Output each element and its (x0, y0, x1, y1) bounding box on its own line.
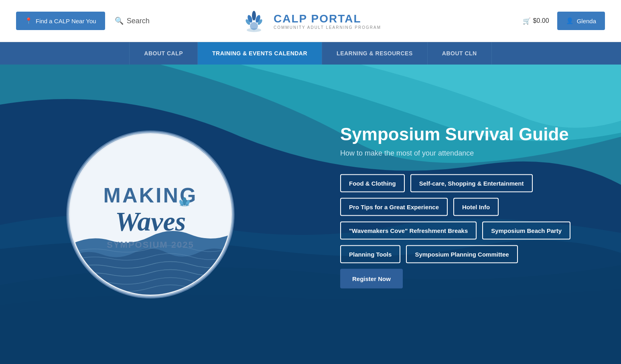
nav-item-about-calp[interactable]: ABOUT CALP (129, 42, 198, 65)
svg-point-1 (250, 22, 258, 30)
location-icon: 📍 (25, 17, 32, 24)
cart-icon: 🛒 (523, 17, 531, 25)
nav-item-training[interactable]: TRAINING & EVENTS CALENDAR (198, 42, 322, 65)
buttons-grid: Food & Clothing Self-care, Shopping & En… (340, 174, 581, 289)
nav-item-about-cln[interactable]: ABOUT CLN (428, 42, 492, 65)
search-area[interactable]: 🔍 Search (115, 16, 150, 25)
hero-title: Symposium Survival Guide (340, 124, 581, 144)
hero-content: Symposium Survival Guide How to make the… (340, 124, 581, 289)
logo-title: CALP PORTAL (274, 12, 381, 25)
register-now-button[interactable]: Register Now (340, 269, 403, 289)
self-care-button[interactable]: Self-care, Shopping & Entertainment (410, 174, 533, 192)
planning-tools-button[interactable]: Planning Tools (340, 245, 400, 263)
svg-point-17 (180, 204, 189, 206)
search-icon: 🔍 (115, 16, 124, 25)
nav-item-learning[interactable]: LEARNING & RESOURCES (322, 42, 428, 65)
cart-amount: $0.00 (533, 17, 549, 24)
logo-icon (240, 7, 268, 35)
logo-text: CALP PORTAL COMMUNITY ADULT LEARNING PRO… (274, 12, 381, 30)
pro-tips-button[interactable]: Pro Tips for a Great Experience (340, 198, 448, 216)
svg-point-3 (252, 11, 256, 20)
wavemakers-button[interactable]: "Wavemakers Cove" Refreshment Breaks (340, 222, 477, 240)
header-left: 📍 Find a CALP Near You 🔍 Search (16, 12, 150, 30)
search-label: Search (127, 17, 150, 25)
cart-area[interactable]: 🛒 $0.00 (523, 17, 549, 25)
main-nav: ABOUT CALP TRAINING & EVENTS CALENDAR LE… (0, 42, 621, 65)
user-icon: 👤 (566, 17, 574, 24)
user-label: Glenda (577, 18, 596, 24)
hero-subtitle: How to make the most of your attendance (340, 149, 581, 158)
food-clothing-button[interactable]: Food & Clothing (340, 174, 405, 192)
header: 📍 Find a CALP Near You 🔍 Search CALP POR… (0, 0, 621, 42)
beach-party-button[interactable]: Symposium Beach Party (482, 222, 570, 240)
header-right: 🛒 $0.00 👤 Glenda (523, 12, 605, 30)
buttons-row-4: Planning Tools Symposium Planning Commit… (340, 245, 581, 263)
hotel-info-button[interactable]: Hotel Info (453, 198, 499, 216)
buttons-row-register: Register Now (340, 269, 581, 289)
find-calp-button[interactable]: 📍 Find a CALP Near You (16, 12, 105, 30)
planning-committee-button[interactable]: Symposium Planning Committee (406, 245, 518, 263)
buttons-row-3: "Wavemakers Cove" Refreshment Breaks Sym… (340, 222, 581, 240)
svg-text:Waves: Waves (115, 206, 186, 237)
user-button[interactable]: 👤 Glenda (557, 12, 605, 30)
logo-subtitle: COMMUNITY ADULT LEARNING PROGRAM (274, 25, 381, 30)
svg-text:SYMPOSIUM 2025: SYMPOSIUM 2025 (107, 240, 194, 250)
buttons-row-2: Pro Tips for a Great Experience Hotel In… (340, 198, 581, 216)
buttons-row-1: Food & Clothing Self-care, Shopping & En… (340, 174, 581, 192)
symposium-logo: MAKING Waves SYMPOSIUM 2025 (64, 128, 237, 301)
logo: CALP PORTAL COMMUNITY ADULT LEARNING PRO… (240, 7, 381, 35)
hero-section: MAKING Waves SYMPOSIUM 2025 Symposium Su… (0, 65, 621, 364)
find-calp-label: Find a CALP Near You (36, 18, 96, 24)
